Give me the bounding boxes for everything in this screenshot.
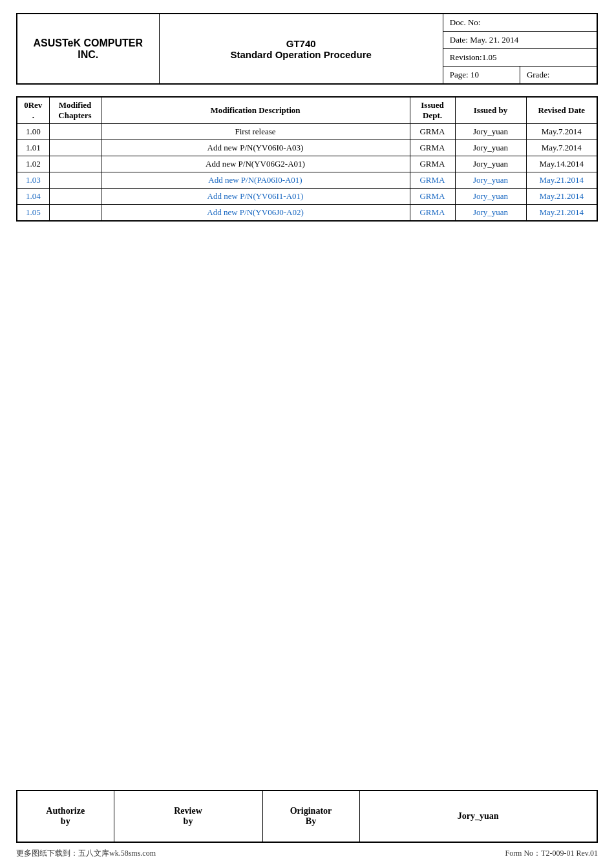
table-cell — [49, 156, 101, 172]
table-row: 1.01Add new P/N(YV06I0-A03)GRMAJory_yuan… — [17, 140, 597, 156]
date-label: Date: May. 21. 2014 — [450, 35, 518, 45]
table-cell — [49, 140, 101, 156]
page-grade-row: Page: 10 Grade: — [443, 67, 597, 83]
footer-row: Authorize by Review by Originator By Jor… — [17, 790, 597, 842]
col-header-revised-date: Revised Date — [526, 97, 597, 124]
table-cell — [49, 205, 101, 222]
table-cell: Add new P/N(YV06G2-A01) — [101, 156, 410, 172]
doc-no-row: Doc. No: — [443, 14, 597, 32]
grade-cell: Grade: — [520, 67, 597, 83]
table-cell: May.7.2014 — [526, 140, 597, 156]
bottom-left-text: 更多图纸下载到：五八文库wk.58sms.com — [16, 848, 156, 859]
table-cell: 1.00 — [17, 124, 49, 140]
bottom-bar: 更多图纸下载到：五八文库wk.58sms.com Form No：T2-009-… — [16, 845, 598, 862]
revision-label: Revision:1.05 — [450, 52, 497, 62]
table-cell — [49, 172, 101, 189]
table-row: 1.00First releaseGRMAJory_yuanMay.7.2014 — [17, 124, 597, 140]
table-cell: Add new P/N(YV06I0-A03) — [101, 140, 410, 156]
table-cell: Jory_yuan — [455, 140, 526, 156]
table-cell — [49, 189, 101, 205]
authorize-cell: Authorize by — [17, 790, 114, 842]
table-cell: GRMA — [410, 140, 455, 156]
table-cell: 1.03 — [17, 172, 49, 189]
table-row: 1.02Add new P/N(YV06G2-A01)GRMAJory_yuan… — [17, 156, 597, 172]
review-label: Review by — [174, 806, 202, 826]
table-cell: May.21.2014 — [526, 205, 597, 222]
table-cell: Add new P/N(YV06I1-A01) — [101, 189, 410, 205]
col-header-rev: 0Rev. — [17, 97, 49, 124]
doc-title-line2: Standard Operation Procedure — [230, 49, 371, 60]
table-cell: May.21.2014 — [526, 172, 597, 189]
originator-label: Originator By — [290, 806, 332, 826]
table-cell: GRMA — [410, 124, 455, 140]
company-name: ASUSTeK COMPUTER — [34, 37, 143, 48]
table-cell: May.14.2014 — [526, 156, 597, 172]
table-cell — [49, 124, 101, 140]
authorize-label: Authorize by — [46, 806, 85, 826]
doc-title-cell: GT740 Standard Operation Procedure — [159, 14, 443, 84]
header-table: ASUSTeK COMPUTER INC. GT740 Standard Ope… — [16, 13, 598, 85]
bottom-right-text: Form No：T2-009-01 Rev.01 — [505, 848, 598, 859]
table-cell: GRMA — [410, 205, 455, 222]
content-area — [16, 305, 598, 790]
table-row: 1.05Add new P/N(YV06J0-A02)GRMAJory_yuan… — [17, 205, 597, 222]
originator-name-cell: Jory_yuan — [359, 790, 597, 842]
table-cell: Jory_yuan — [455, 189, 526, 205]
grade-label: Grade: — [527, 70, 549, 79]
table-cell: GRMA — [410, 172, 455, 189]
table-cell: Add new P/N(YV06J0-A02) — [101, 205, 410, 222]
company-name-2: INC. — [78, 49, 98, 60]
originator-name: Jory_yuan — [458, 811, 499, 821]
table-cell: 1.01 — [17, 140, 49, 156]
company-cell: ASUSTeK COMPUTER INC. — [17, 14, 159, 84]
table-cell: May.21.2014 — [526, 189, 597, 205]
table-cell: GRMA — [410, 189, 455, 205]
meta-right-cell: Doc. No: Date: May. 21. 2014 Revision:1.… — [443, 14, 597, 84]
revision-row: Revision:1.05 — [443, 49, 597, 67]
table-cell: First release — [101, 124, 410, 140]
review-cell: Review by — [114, 790, 262, 842]
table-cell: GRMA — [410, 156, 455, 172]
table-header-row: 0Rev. ModifiedChapters Modification Desc… — [17, 97, 597, 124]
col-header-issued-by: Issued by — [455, 97, 526, 124]
footer-signature-table: Authorize by Review by Originator By Jor… — [16, 790, 598, 843]
col-header-modified: ModifiedChapters — [49, 97, 101, 124]
table-row: 1.04Add new P/N(YV06I1-A01)GRMAJory_yuan… — [17, 189, 597, 205]
table-cell: Jory_yuan — [455, 156, 526, 172]
table-cell: Jory_yuan — [455, 172, 526, 189]
col-header-desc: Modification Description — [101, 97, 410, 124]
table-cell: Jory_yuan — [455, 124, 526, 140]
revision-table: 0Rev. ModifiedChapters Modification Desc… — [16, 96, 598, 222]
doc-title-line1: GT740 — [286, 38, 316, 49]
doc-no-label: Doc. No: — [450, 17, 481, 27]
table-cell: 1.05 — [17, 205, 49, 222]
col-header-issued-dept: IssuedDept. — [410, 97, 455, 124]
table-cell: Jory_yuan — [455, 205, 526, 222]
table-cell: Add new P/N(PA06I0-A01) — [101, 172, 410, 189]
page-cell: Page: 10 — [443, 67, 520, 83]
rev-table-wrapper: 0Rev. ModifiedChapters Modification Desc… — [16, 96, 598, 305]
table-cell: May.7.2014 — [526, 124, 597, 140]
table-row: 1.03Add new P/N(PA06I0-A01)GRMAJory_yuan… — [17, 172, 597, 189]
meta-right-inner: Doc. No: Date: May. 21. 2014 Revision:1.… — [443, 14, 597, 83]
originator-cell: Originator By — [262, 790, 359, 842]
page-label: Page: 10 — [450, 70, 479, 79]
date-row: Date: May. 21. 2014 — [443, 32, 597, 49]
table-cell: 1.02 — [17, 156, 49, 172]
table-cell: 1.04 — [17, 189, 49, 205]
